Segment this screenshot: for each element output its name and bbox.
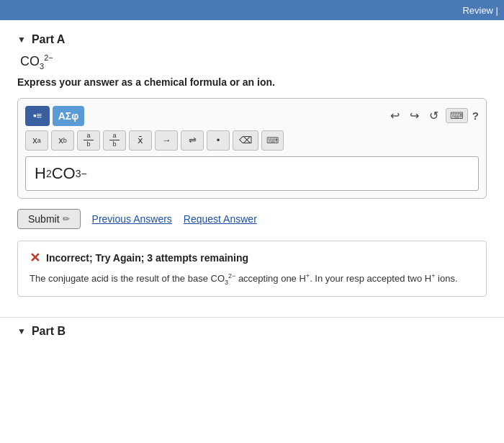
redo-button[interactable]: ↪ — [407, 107, 422, 124]
format-icon-button[interactable]: ▪≡ — [25, 106, 50, 126]
format-icon: ▪≡ — [33, 110, 42, 121]
previous-answers-link[interactable]: Previous Answers — [92, 213, 172, 225]
page-container: Review | ▼ Part A CO32− Express your ans… — [0, 0, 504, 443]
superscript-button[interactable]: xa — [25, 130, 48, 151]
redo-icon: ↪ — [410, 109, 419, 122]
part-a-header: ▼ Part A — [17, 33, 487, 46]
symbol-palette-button[interactable]: AΣφ — [53, 106, 84, 126]
part-a-formula: CO32− — [20, 53, 487, 71]
part-b-bar: ▼ Part B — [0, 317, 504, 345]
inline-fraction-button[interactable]: a b — [77, 130, 100, 151]
part-b-collapse-arrow-icon[interactable]: ▼ — [17, 326, 26, 336]
feedback-body: The conjugate acid is the result of the … — [30, 272, 474, 287]
dot-button[interactable]: • — [207, 130, 230, 151]
arrow-button[interactable]: → — [155, 130, 178, 151]
equilibrium-button[interactable]: ⇌ — [181, 130, 204, 151]
symbol-palette-label: AΣφ — [58, 110, 79, 122]
undo-button[interactable]: ↩ — [387, 107, 402, 124]
pencil-icon: ✏ — [63, 214, 70, 224]
formula-input-display[interactable]: H2CO3− — [25, 156, 479, 191]
math-buttons-row: xa xb a b a b — [25, 130, 479, 151]
submit-button[interactable]: Submit ✏ — [17, 209, 81, 229]
refresh-icon: ↺ — [429, 109, 438, 122]
inline-frac-icon: a b — [84, 133, 94, 148]
toolbar-right: ↩ ↪ ↺ ⌨ ? — [387, 107, 479, 124]
overbar-button[interactable]: x̄ — [129, 130, 152, 151]
display-fraction-button[interactable]: a b — [103, 130, 126, 151]
feedback-header: ✕ Incorrect; Try Again; 3 attempts remai… — [30, 250, 474, 266]
keyboard-button[interactable]: ⌨ — [261, 130, 284, 151]
toolbar-left: ▪≡ AΣφ — [25, 106, 84, 126]
submit-row: Submit ✏ Previous Answers Request Answer — [17, 209, 487, 229]
collapse-arrow-icon[interactable]: ▼ — [17, 35, 26, 45]
undo-icon: ↩ — [390, 109, 400, 122]
keyboard-icon: ⌨ — [450, 110, 464, 121]
keyboard-toggle-button[interactable]: ⌨ — [446, 108, 468, 123]
submit-label: Submit — [28, 213, 60, 225]
part-a-instruction: Express your answer as a chemical formul… — [17, 76, 487, 88]
display-frac-icon: a b — [109, 133, 120, 148]
part-a-title: Part A — [32, 33, 66, 46]
top-bar-text: Review | — [462, 5, 498, 16]
part-b-title: Part B — [32, 325, 66, 338]
feedback-title: Incorrect; Try Again; 3 attempts remaini… — [46, 252, 248, 264]
help-button[interactable]: ? — [472, 109, 479, 122]
incorrect-icon: ✕ — [30, 250, 40, 266]
subscript-button[interactable]: xb — [51, 130, 74, 151]
toolbar-row: ▪≡ AΣφ ↩ ↪ ↺ — [25, 106, 479, 126]
refresh-button[interactable]: ↺ — [426, 107, 441, 124]
answer-box: ▪≡ AΣφ ↩ ↪ ↺ — [17, 98, 487, 199]
request-answer-link[interactable]: Request Answer — [184, 213, 257, 225]
top-bar: Review | — [0, 0, 504, 20]
part-a-section: ▼ Part A CO32− Express your answer as a … — [0, 20, 504, 317]
feedback-box: ✕ Incorrect; Try Again; 3 attempts remai… — [17, 241, 487, 297]
delete-button[interactable]: ⌫ — [233, 130, 258, 151]
